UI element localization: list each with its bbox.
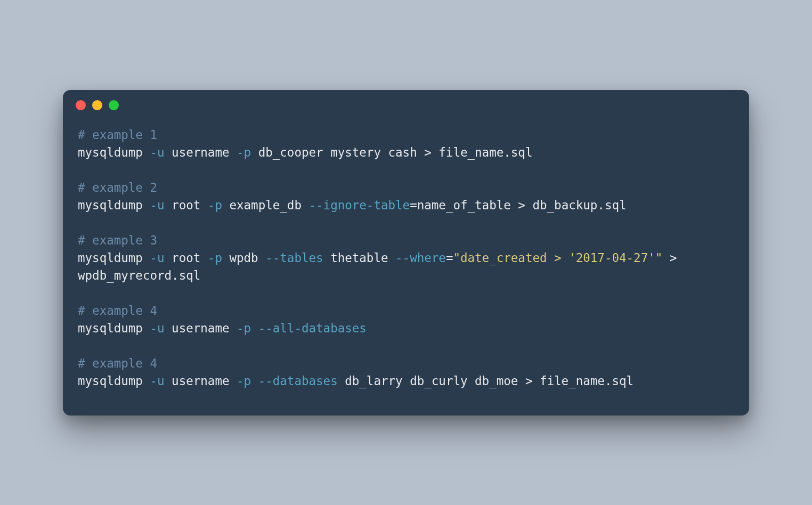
code-token [251, 321, 258, 335]
code-token: username [165, 374, 237, 388]
code-token-comment: # example 2 [78, 181, 157, 194]
zoom-icon[interactable] [109, 100, 119, 110]
code-token-flag: --databases [258, 374, 338, 388]
code-token: db_larry db_curly db_moe > file_name.sql [338, 374, 634, 388]
code-token [251, 374, 258, 388]
code-token-flag: --all-databases [258, 321, 367, 335]
code-token: =name_of_table > db_backup.sql [410, 198, 626, 212]
code-token: mysqldump [78, 374, 150, 388]
code-token: mysqldump [78, 198, 150, 212]
code-token-flag: --ignore-table [309, 198, 410, 212]
code-token-flag: -p [208, 251, 222, 265]
code-token-flag: -u [150, 374, 164, 388]
code-token-flag: -u [150, 145, 164, 159]
code-token-comment: # example 3 [78, 233, 157, 247]
code-token-flag: -u [150, 198, 164, 212]
code-token-flag: -p [237, 321, 251, 335]
code-token: mysqldump [78, 321, 150, 335]
code-token: username [165, 145, 237, 159]
code-token: db_cooper mystery cash > file_name.sql [251, 145, 532, 159]
window-titlebar [63, 90, 749, 121]
code-token: wpdb [222, 251, 265, 265]
code-token: root [165, 251, 208, 265]
code-token: root [165, 198, 208, 212]
code-token-str: "date_created > '2017-04-27'" [453, 251, 662, 265]
code-token-comment: # example 4 [78, 356, 157, 370]
code-token-flag: -u [150, 321, 164, 335]
code-token-flag: -p [208, 198, 222, 212]
code-token: mysqldump [78, 251, 150, 265]
close-icon[interactable] [76, 100, 86, 110]
code-token-flag: --tables [265, 251, 323, 265]
minimize-icon[interactable] [92, 100, 102, 110]
code-token-flag: -u [150, 251, 164, 265]
code-token-comment: # example 1 [78, 128, 157, 142]
code-token-comment: # example 4 [78, 304, 157, 317]
code-token-flag: -p [237, 145, 251, 159]
code-token: thetable [323, 251, 395, 265]
code-token-flag: --where [395, 251, 446, 265]
terminal-window: # example 1 mysqldump -u username -p db_… [63, 90, 749, 416]
code-token: = [446, 251, 453, 265]
code-token-flag: -p [237, 374, 251, 388]
code-token: mysqldump [78, 145, 150, 159]
code-token: example_db [222, 198, 309, 212]
code-content: # example 1 mysqldump -u username -p db_… [63, 121, 749, 416]
code-token: username [165, 321, 237, 335]
